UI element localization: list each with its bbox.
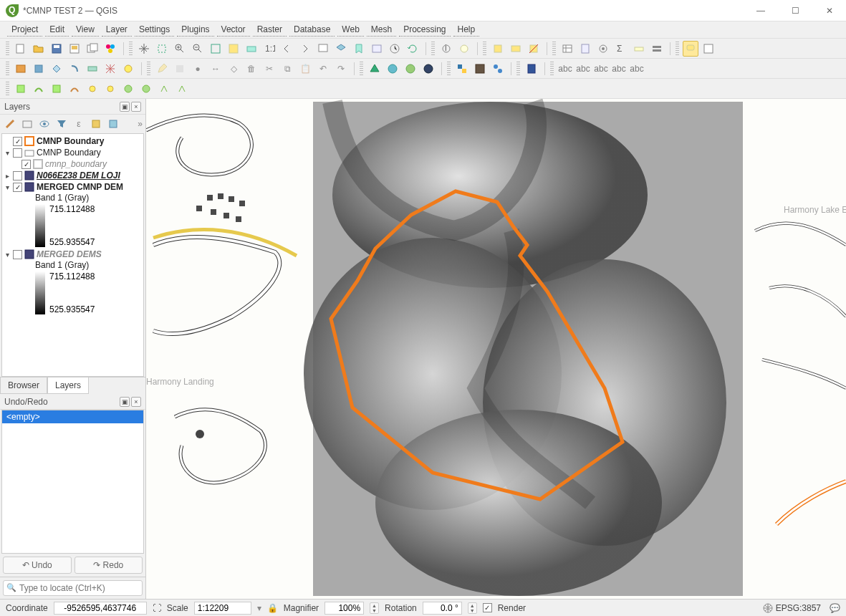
text-annotation-icon[interactable]	[701, 41, 716, 57]
extent-icon[interactable]: ⛶	[153, 603, 161, 613]
label-icon-3[interactable]: abc	[593, 61, 609, 77]
toolbox-icon[interactable]	[595, 41, 611, 57]
zoom-out-icon[interactable]	[190, 41, 206, 57]
select-features-icon[interactable]	[490, 41, 506, 57]
layout-manager-icon[interactable]	[85, 41, 100, 57]
python-console-icon[interactable]	[454, 61, 470, 77]
open-project-icon[interactable]	[31, 41, 47, 57]
gdal-icon[interactable]	[403, 61, 418, 77]
show-bookmarks-icon[interactable]	[369, 41, 385, 57]
layer-style-icon[interactable]	[3, 117, 17, 131]
chevron-down-icon[interactable]: ▾	[257, 603, 261, 613]
add-group-icon[interactable]	[20, 117, 34, 131]
zoom-full-icon[interactable]	[208, 41, 223, 57]
menu-edit[interactable]: Edit	[45, 23, 69, 37]
zoom-selection-icon[interactable]	[226, 41, 241, 57]
new-spatialite-icon[interactable]	[67, 61, 82, 77]
tab-layers[interactable]: Layers	[47, 377, 89, 394]
lrs-1-icon[interactable]	[13, 81, 29, 97]
new-geopackage-icon[interactable]	[31, 61, 47, 77]
temporal-icon[interactable]	[387, 41, 403, 57]
measure-menu-icon[interactable]	[649, 41, 665, 57]
epsg-label[interactable]: EPSG:3857	[776, 603, 821, 613]
redo-button[interactable]: ↷ Redo	[74, 557, 143, 574]
history-icon[interactable]	[490, 61, 506, 77]
new-virtual-layer-icon[interactable]	[85, 61, 100, 77]
tab-browser[interactable]: Browser	[0, 377, 47, 394]
menu-help[interactable]: Help	[453, 23, 480, 37]
cut-features-icon[interactable]: ✂	[261, 61, 277, 77]
refresh-icon[interactable]	[405, 41, 420, 57]
data-source-mgr-icon[interactable]	[13, 61, 29, 77]
delete-selected-icon[interactable]: 🗑	[244, 61, 259, 77]
layers-overflow-icon[interactable]: »	[138, 119, 143, 129]
new-3d-view-icon[interactable]	[333, 41, 349, 57]
lrs-10-icon[interactable]	[174, 81, 190, 97]
layer-row-cmnp-boundary-sub[interactable]: ✓ cmnp_boundary	[2, 158, 143, 170]
locator-input[interactable]	[3, 580, 143, 596]
lrs-9-icon[interactable]	[156, 81, 172, 97]
new-mesh-icon[interactable]	[102, 61, 118, 77]
menu-raster[interactable]: Raster	[253, 23, 287, 37]
label-icon[interactable]: abc	[557, 61, 573, 77]
manage-visibility-icon[interactable]	[37, 117, 52, 131]
rotation-spinner[interactable]: ▲▼	[468, 602, 477, 614]
close-button[interactable]: ✕	[819, 6, 840, 16]
lrs-5-icon[interactable]	[85, 81, 100, 97]
new-project-icon[interactable]	[13, 41, 29, 57]
copy-features-icon[interactable]: ⧉	[279, 61, 295, 77]
saga-icon[interactable]	[420, 61, 436, 77]
menu-view[interactable]: View	[72, 23, 99, 37]
identify-icon[interactable]: i	[438, 41, 454, 57]
menu-vector[interactable]: Vector	[217, 23, 250, 37]
undo-list[interactable]: <empty>	[1, 410, 144, 554]
globe-icon[interactable]	[763, 603, 773, 613]
new-bookmark-icon[interactable]	[351, 41, 367, 57]
measure-icon[interactable]	[631, 41, 647, 57]
menu-settings[interactable]: Settings	[135, 23, 174, 37]
render-checkbox[interactable]: ✓	[483, 603, 492, 612]
panel-float-button[interactable]: ▣	[120, 397, 130, 407]
new-map-view-icon[interactable]	[315, 41, 331, 57]
lrs-3-icon[interactable]	[49, 81, 64, 97]
layer-row-merged-dems[interactable]: ▾ MERGED DEMS	[2, 249, 143, 260]
paste-features-icon[interactable]: 📋	[297, 61, 313, 77]
collapse-all-icon[interactable]	[106, 117, 120, 131]
label-icon-4[interactable]: abc	[611, 61, 627, 77]
maptips-icon[interactable]	[683, 41, 698, 57]
messages-icon[interactable]: 💬	[830, 603, 840, 613]
layer-row-cmnp-boundary[interactable]: ✓ CMNP Boundary	[2, 135, 143, 147]
save-edits-icon[interactable]	[172, 61, 188, 77]
scale-input[interactable]	[194, 602, 251, 615]
new-layout-icon[interactable]	[67, 41, 82, 57]
style-manager-icon[interactable]	[102, 41, 118, 57]
field-calc-icon[interactable]	[577, 41, 593, 57]
pan-selection-icon[interactable]	[154, 41, 170, 57]
filter-legend-icon[interactable]	[54, 117, 69, 131]
label-icon-2[interactable]: abc	[575, 61, 591, 77]
new-shapefile-icon[interactable]	[49, 61, 64, 77]
layer-group-cmnp-boundary[interactable]: ▾ CMNP Boundary	[2, 147, 143, 158]
maximize-button[interactable]: ☐	[784, 6, 806, 16]
menu-web[interactable]: Web	[337, 23, 363, 37]
layer-tree[interactable]: ✓ CMNP Boundary ▾ CMNP Boundary ✓ cmnp_b…	[1, 133, 144, 377]
node-tool-icon[interactable]: ◇	[226, 61, 241, 77]
select-value-icon[interactable]	[508, 41, 524, 57]
pan-icon[interactable]	[136, 41, 152, 57]
menu-database[interactable]: Database	[289, 23, 335, 37]
lrs-6-icon[interactable]	[102, 81, 118, 97]
undo-list-item[interactable]: <empty>	[2, 410, 143, 423]
zoom-in-icon[interactable]	[172, 41, 188, 57]
undo-button[interactable]: ↶ Undo	[3, 557, 72, 574]
toggle-editing-icon[interactable]	[154, 61, 170, 77]
layer-row-merged-cmnp-dem[interactable]: ▾✓ MERGED CMNP DEM	[2, 181, 143, 193]
coord-input[interactable]	[54, 602, 147, 615]
panel-float-button[interactable]: ▣	[120, 102, 130, 112]
menu-plugins[interactable]: Plugins	[177, 23, 213, 37]
orfeo-icon[interactable]	[367, 61, 383, 77]
deselect-icon[interactable]	[526, 41, 542, 57]
help-contents-icon[interactable]	[524, 61, 539, 77]
menu-mesh[interactable]: Mesh	[367, 23, 396, 37]
layer-row-n066e238[interactable]: ▸ N066E238 DEM LOJI	[2, 170, 143, 181]
label-icon-5[interactable]: abc	[629, 61, 645, 77]
